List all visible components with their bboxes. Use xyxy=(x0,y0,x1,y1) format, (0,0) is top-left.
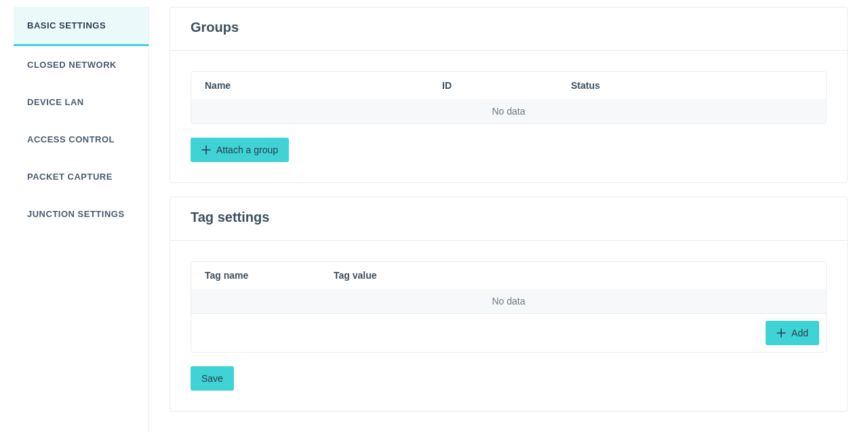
tags-table-header: Tag name Tag value xyxy=(191,262,826,289)
tags-col-name: Tag name xyxy=(205,270,334,281)
sidebar-item-label: ACCESS CONTROL xyxy=(27,134,115,144)
add-tag-button[interactable]: Add xyxy=(766,321,819,345)
save-button-label: Save xyxy=(201,373,223,384)
groups-card-header: Groups xyxy=(170,7,847,51)
groups-col-status: Status xyxy=(571,80,812,91)
plus-icon xyxy=(201,145,211,155)
tags-card-header: Tag settings xyxy=(170,197,847,241)
groups-table-header: Name ID Status xyxy=(191,72,826,99)
groups-col-name: Name xyxy=(205,80,442,91)
sidebar-item-basic-settings[interactable]: BASIC SETTINGS xyxy=(14,7,149,46)
add-tag-button-label: Add xyxy=(791,328,808,338)
sidebar-item-closed-network[interactable]: CLOSED NETWORK xyxy=(14,46,149,83)
groups-card-body: Name ID Status No data Attach a group xyxy=(170,51,847,182)
sidebar-item-label: BASIC SETTINGS xyxy=(27,20,106,31)
plus-icon xyxy=(776,328,786,338)
tags-table: Tag name Tag value No data Add xyxy=(191,261,827,353)
sidebar: BASIC SETTINGS CLOSED NETWORK DEVICE LAN… xyxy=(14,7,149,432)
groups-card: Groups Name ID Status No data Attach a g… xyxy=(170,7,848,183)
main-content: Groups Name ID Status No data Attach a g… xyxy=(149,0,868,432)
sidebar-item-packet-capture[interactable]: PACKET CAPTURE xyxy=(14,158,149,195)
attach-group-button-label: Attach a group xyxy=(216,144,278,155)
tags-col-value: Tag value xyxy=(334,270,812,281)
tags-card-body: Tag name Tag value No data Add xyxy=(170,241,847,411)
attach-group-button[interactable]: Attach a group xyxy=(191,138,289,162)
tags-table-footer: Add xyxy=(191,313,826,352)
tags-table-empty: No data xyxy=(191,289,826,313)
sidebar-item-label: CLOSED NETWORK xyxy=(27,60,117,70)
save-button[interactable]: Save xyxy=(191,366,234,391)
save-section: Save xyxy=(191,366,827,391)
groups-col-id: ID xyxy=(442,80,571,91)
sidebar-item-label: DEVICE LAN xyxy=(27,97,84,107)
sidebar-item-label: PACKET CAPTURE xyxy=(27,172,113,182)
sidebar-item-junction-settings[interactable]: JUNCTION SETTINGS xyxy=(14,195,149,233)
groups-table: Name ID Status No data xyxy=(191,71,827,124)
groups-card-title: Groups xyxy=(191,20,827,35)
sidebar-item-label: JUNCTION SETTINGS xyxy=(27,209,125,219)
tags-card-title: Tag settings xyxy=(191,210,827,225)
groups-table-empty: No data xyxy=(191,99,826,123)
tags-card: Tag settings Tag name Tag value No data xyxy=(170,197,848,412)
sidebar-item-access-control[interactable]: ACCESS CONTROL xyxy=(14,121,149,158)
sidebar-item-device-lan[interactable]: DEVICE LAN xyxy=(14,83,149,121)
